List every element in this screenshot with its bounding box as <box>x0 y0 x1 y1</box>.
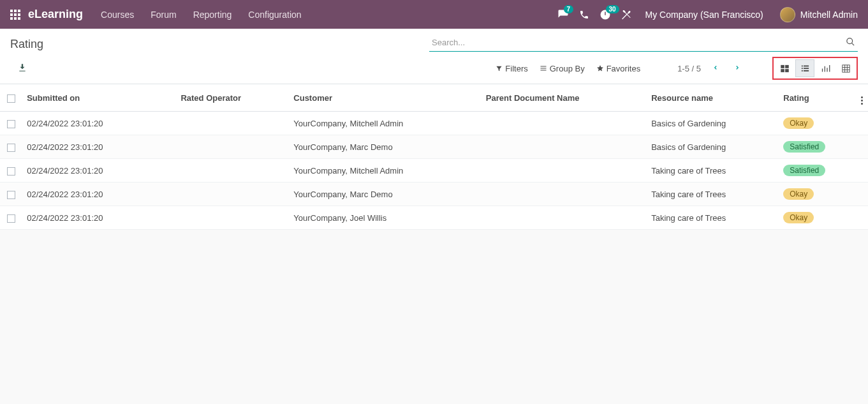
groupby-button[interactable]: Group By <box>540 64 585 73</box>
cell-resource: Taking care of Trees <box>646 206 778 230</box>
activities-icon[interactable]: 30 <box>600 9 611 20</box>
app-brand[interactable]: eLearning <box>28 8 83 21</box>
rating-badge: Okay <box>783 212 814 223</box>
pager-prev[interactable] <box>709 61 723 76</box>
col-resource[interactable]: Resource name <box>646 84 778 112</box>
svg-rect-6 <box>10 17 13 20</box>
filters-label: Filters <box>505 64 527 73</box>
cell-submitted: 02/24/2022 23:01:20 <box>22 112 175 135</box>
svg-rect-18 <box>801 65 802 66</box>
nav-links: Courses Forum Reporting Configuration <box>101 10 302 20</box>
cell-customer: YourCompany, Mitchell Admin <box>288 159 481 183</box>
col-parent[interactable]: Parent Document Name <box>481 84 646 112</box>
svg-rect-1 <box>14 10 17 12</box>
cell-rating: Okay <box>778 112 849 135</box>
view-pivot-icon[interactable] <box>836 59 855 77</box>
svg-rect-13 <box>540 70 546 71</box>
row-checkbox[interactable] <box>7 120 15 128</box>
cell-submitted: 02/24/2022 23:01:20 <box>22 135 175 159</box>
col-customer[interactable]: Customer <box>288 84 481 112</box>
company-selector[interactable]: My Company (San Francisco) <box>645 10 763 20</box>
cell-rating: Okay <box>778 206 849 230</box>
columns-menu-icon[interactable] <box>861 96 863 105</box>
svg-point-9 <box>847 38 853 44</box>
cell-submitted: 02/24/2022 23:01:20 <box>22 206 175 230</box>
phone-icon[interactable] <box>579 10 589 20</box>
cell-parent <box>481 135 646 159</box>
svg-rect-4 <box>14 13 17 16</box>
svg-rect-21 <box>804 68 809 69</box>
cell-operator <box>175 112 288 135</box>
table-row[interactable]: 02/24/2022 23:01:20YourCompany, Marc Dem… <box>0 183 868 206</box>
table-row[interactable]: 02/24/2022 23:01:20YourCompany, Mitchell… <box>0 112 868 135</box>
tools-icon[interactable] <box>621 10 631 20</box>
cell-resource: Taking care of Trees <box>646 159 778 183</box>
svg-rect-11 <box>540 66 546 67</box>
cell-rating: Satisfied <box>778 135 849 159</box>
nav-link-forum[interactable]: Forum <box>151 10 176 20</box>
svg-rect-16 <box>781 69 784 72</box>
cell-operator <box>175 206 288 230</box>
nav-link-reporting[interactable]: Reporting <box>193 10 232 20</box>
svg-rect-0 <box>10 10 13 12</box>
cell-operator <box>175 159 288 183</box>
col-submitted[interactable]: Submitted on <box>22 84 175 112</box>
row-checkbox[interactable] <box>7 214 15 223</box>
nav-link-courses[interactable]: Courses <box>101 10 134 20</box>
cell-resource: Basics of Gardening <box>646 135 778 159</box>
user-name: Mitchell Admin <box>800 10 858 20</box>
search-icon[interactable] <box>846 37 855 49</box>
favorites-label: Favorites <box>607 64 640 73</box>
search-input[interactable] <box>429 34 858 52</box>
table-row[interactable]: 02/24/2022 23:01:20YourCompany, Marc Dem… <box>0 135 868 159</box>
select-all-checkbox[interactable] <box>7 94 15 103</box>
cell-resource: Taking care of Trees <box>646 183 778 206</box>
cell-resource: Basics of Gardening <box>646 112 778 135</box>
table-row[interactable]: 02/24/2022 23:01:20YourCompany, Mitchell… <box>0 159 868 183</box>
filters-button[interactable]: Filters <box>496 64 527 73</box>
view-switcher <box>772 57 858 80</box>
cell-submitted: 02/24/2022 23:01:20 <box>22 159 175 183</box>
rating-badge: Okay <box>783 188 814 200</box>
cell-operator <box>175 183 288 206</box>
rating-table: Submitted on Rated Operator Customer Par… <box>0 84 868 230</box>
pager: 1-5 / 5 <box>677 61 744 76</box>
row-checkbox[interactable] <box>7 144 15 152</box>
messages-badge: 7 <box>564 5 574 13</box>
row-checkbox[interactable] <box>7 167 15 176</box>
svg-rect-17 <box>785 69 789 72</box>
cell-submitted: 02/24/2022 23:01:20 <box>22 183 175 206</box>
view-kanban-icon[interactable] <box>775 59 794 77</box>
svg-rect-23 <box>804 70 809 71</box>
activities-badge: 30 <box>606 5 619 13</box>
user-menu[interactable]: Mitchell Admin <box>780 7 858 22</box>
col-rating[interactable]: Rating <box>778 84 849 112</box>
pager-next[interactable] <box>730 61 744 76</box>
table-row[interactable]: 02/24/2022 23:01:20YourCompany, Joel Wil… <box>0 206 868 230</box>
svg-rect-8 <box>18 17 20 20</box>
svg-rect-2 <box>18 10 20 12</box>
avatar <box>780 7 795 22</box>
cell-parent <box>481 183 646 206</box>
pager-text: 1-5 / 5 <box>677 64 701 73</box>
cell-customer: YourCompany, Marc Demo <box>288 183 481 206</box>
cell-customer: YourCompany, Mitchell Admin <box>288 112 481 135</box>
download-icon[interactable] <box>18 63 27 74</box>
cell-rating: Satisfied <box>778 159 849 183</box>
col-operator[interactable]: Rated Operator <box>175 84 288 112</box>
cell-operator <box>175 135 288 159</box>
view-graph-icon[interactable] <box>816 59 835 77</box>
cell-customer: YourCompany, Joel Willis <box>288 206 481 230</box>
row-checkbox[interactable] <box>7 191 15 199</box>
search-wrap <box>429 34 858 52</box>
favorites-button[interactable]: Favorites <box>596 64 640 73</box>
cell-parent <box>481 112 646 135</box>
nav-link-configuration[interactable]: Configuration <box>248 10 301 20</box>
svg-rect-14 <box>781 64 784 68</box>
cell-parent <box>481 159 646 183</box>
apps-icon[interactable] <box>10 10 20 20</box>
messages-icon[interactable]: 7 <box>557 9 569 20</box>
cell-customer: YourCompany, Marc Demo <box>288 135 481 159</box>
top-navbar: eLearning Courses Forum Reporting Config… <box>0 0 868 29</box>
view-list-icon[interactable] <box>795 59 814 77</box>
